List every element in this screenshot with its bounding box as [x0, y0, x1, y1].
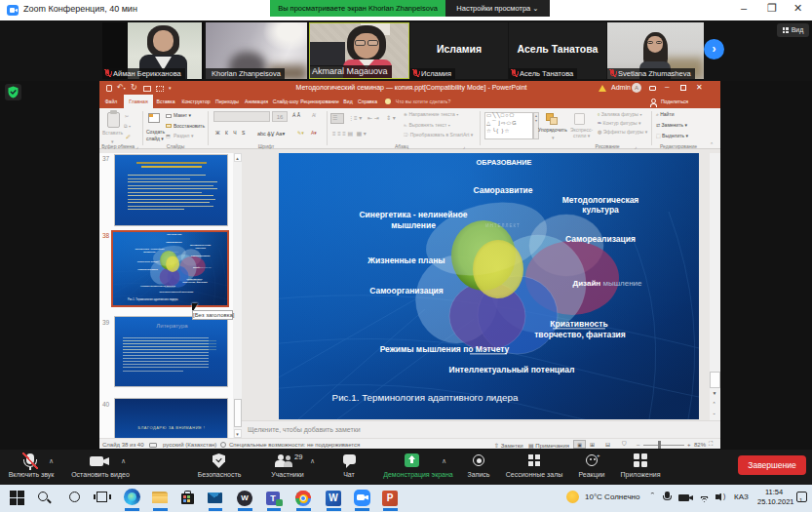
svg-text:Синергетика - нелинейное: Синергетика - нелинейное	[359, 210, 467, 219]
svg-text:Режимы мышления по Мэтчету: Режимы мышления по Мэтчету	[380, 344, 510, 354]
svg-text:Самореализация: Самореализация	[565, 234, 636, 244]
svg-text:Методологическая: Методологическая	[562, 195, 639, 205]
svg-text:Жизненные планы: Жизненные планы	[367, 256, 445, 265]
svg-text:Дизайн мышление: Дизайн мышление	[572, 279, 642, 288]
svg-text:творчество, фантазия: творчество, фантазия	[534, 330, 626, 339]
svg-text:Самоорганизация: Самоорганизация	[369, 286, 444, 295]
svg-text:ИНТЕЛЛЕКТ: ИНТЕЛЛЕКТ	[485, 223, 521, 228]
svg-text:Саморазвитие: Саморазвитие	[473, 185, 532, 195]
svg-text:Криативность: Криативность	[550, 319, 607, 329]
svg-text:Интеллектуальный потенциал: Интеллектуальный потенциал	[449, 365, 575, 374]
svg-text:культура: культура	[582, 205, 619, 215]
svg-text:ОБРАЗОВАНИЕ: ОБРАЗОВАНИЕ	[477, 158, 532, 167]
svg-text:мышление: мышление	[391, 220, 436, 230]
svg-text:Рис.1. Терминология адаптивног: Рис.1. Терминология адаптивного лидера	[332, 392, 519, 403]
